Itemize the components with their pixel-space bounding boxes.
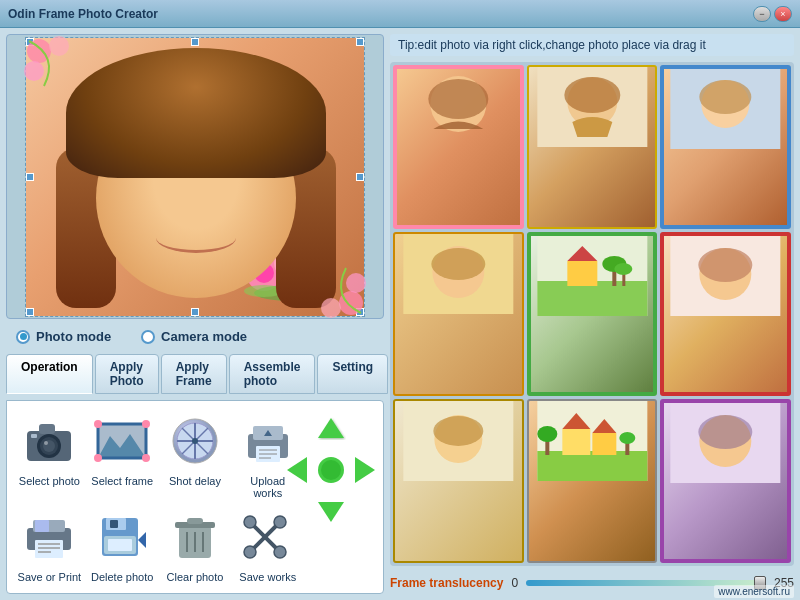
hair-top	[66, 48, 326, 178]
svg-point-110	[699, 415, 753, 449]
svg-rect-44	[35, 540, 63, 558]
photo-canvas[interactable]	[25, 37, 365, 317]
photo-thumb-6[interactable]	[393, 399, 524, 563]
svg-rect-86	[567, 261, 597, 286]
svg-point-65	[244, 546, 256, 558]
tabs-bar: Operation Apply Photo Apply Frame Assemb…	[6, 354, 384, 394]
svg-rect-99	[537, 451, 647, 481]
nav-arrows	[283, 411, 373, 531]
photo-thumb-1[interactable]	[527, 65, 658, 229]
svg-marker-67	[318, 418, 344, 438]
title-bar: Odin Frame Photo Creator − ×	[0, 0, 800, 28]
photo-mode-label: Photo mode	[36, 329, 111, 344]
select-photo-item[interactable]: Select photo	[17, 411, 82, 499]
photo-mode-radio[interactable]	[16, 330, 30, 344]
svg-point-66	[274, 546, 286, 558]
save-print-label: Save or Print	[18, 571, 82, 583]
nav-right-button[interactable]	[349, 455, 379, 488]
select-frame-icon	[92, 411, 152, 471]
svg-marker-71	[355, 457, 375, 483]
tab-apply-frame[interactable]: Apply Frame	[161, 354, 227, 394]
handle-bottom-mid[interactable]	[191, 308, 199, 316]
handle-top-right[interactable]	[356, 38, 364, 46]
select-photo-icon	[19, 411, 79, 471]
svg-point-34	[192, 438, 198, 444]
nav-left-button[interactable]	[283, 455, 313, 488]
svg-point-19	[44, 441, 48, 445]
svg-rect-48	[35, 520, 49, 532]
svg-point-80	[700, 80, 752, 114]
handle-bottom-right[interactable]	[356, 308, 364, 316]
tip-text: Tip:edit photo via right click,change ph…	[398, 38, 706, 52]
photo-grid	[390, 62, 794, 566]
photo-thumb-3[interactable]	[393, 232, 524, 396]
close-button[interactable]: ×	[774, 6, 792, 22]
photo-mode-radio-fill	[20, 333, 27, 340]
save-works-label: Save works	[239, 571, 296, 583]
handle-mid-left[interactable]	[26, 173, 34, 181]
smile	[156, 223, 236, 253]
svg-rect-51	[110, 520, 118, 528]
main-area: Photo mode Camera mode Operation Apply P…	[0, 28, 800, 600]
svg-point-27	[142, 454, 150, 462]
svg-point-107	[619, 432, 635, 444]
svg-point-83	[431, 248, 485, 280]
photo-thumb-5[interactable]	[660, 232, 791, 396]
shot-delay-icon	[165, 411, 225, 471]
svg-rect-100	[562, 429, 590, 455]
svg-point-25	[142, 420, 150, 428]
tab-setting[interactable]: Setting	[317, 354, 388, 394]
photo-thumb-7[interactable]	[527, 399, 658, 563]
svg-point-63	[244, 516, 256, 528]
svg-marker-54	[138, 532, 146, 548]
left-panel: Photo mode Camera mode Operation Apply P…	[6, 34, 384, 594]
tab-apply-photo[interactable]: Apply Photo	[95, 354, 159, 394]
tab-assemble-photo[interactable]: Assemble photo	[229, 354, 316, 394]
svg-marker-72	[318, 502, 344, 522]
select-frame-item[interactable]: Select frame	[90, 411, 155, 499]
mode-selector: Photo mode Camera mode	[6, 325, 384, 348]
svg-point-97	[433, 416, 483, 446]
photo-thumb-0[interactable]	[393, 65, 524, 229]
photo-thumb-2[interactable]	[660, 65, 791, 229]
svg-marker-68	[287, 457, 307, 483]
svg-point-94	[699, 248, 753, 282]
photo-subject	[66, 48, 326, 308]
svg-rect-53	[108, 539, 132, 551]
delete-photo-item[interactable]: Delete photo	[90, 507, 155, 583]
camera-mode-radio[interactable]	[141, 330, 155, 344]
svg-point-26	[94, 454, 102, 462]
select-photo-label: Select photo	[19, 475, 80, 487]
handle-bottom-left[interactable]	[26, 308, 34, 316]
footer-watermark: www.enersoft.ru	[714, 585, 794, 598]
clear-photo-icon	[165, 507, 225, 567]
photo-mode-option[interactable]: Photo mode	[16, 329, 111, 344]
handle-top-mid[interactable]	[191, 38, 199, 46]
app-title: Odin Frame Photo Creator	[8, 7, 750, 21]
nav-center-button[interactable]	[316, 455, 346, 488]
right-panel: Tip:edit photo via right click,change ph…	[390, 34, 794, 594]
clear-photo-label: Clear photo	[167, 571, 224, 583]
shot-delay-item[interactable]: Shot delay	[163, 411, 228, 499]
select-frame-label: Select frame	[91, 475, 153, 487]
camera-mode-label: Camera mode	[161, 329, 247, 344]
delete-photo-label: Delete photo	[91, 571, 153, 583]
nav-down-button[interactable]	[316, 496, 346, 529]
canvas-area[interactable]	[6, 34, 384, 319]
clear-photo-item[interactable]: Clear photo	[163, 507, 228, 583]
minimize-button[interactable]: −	[753, 6, 771, 22]
operation-panel: Select photo	[6, 400, 384, 594]
handle-mid-right[interactable]	[356, 173, 364, 181]
save-print-item[interactable]: Save or Print	[17, 507, 82, 583]
photo-thumb-8[interactable]	[660, 399, 791, 563]
nav-up-button[interactable]	[316, 414, 346, 447]
shot-delay-label: Shot delay	[169, 475, 221, 487]
svg-point-24	[94, 420, 102, 428]
svg-point-74	[428, 79, 488, 119]
tab-operation[interactable]: Operation	[6, 354, 93, 394]
photo-thumb-4[interactable]	[527, 232, 658, 396]
svg-point-70	[321, 460, 341, 480]
handle-top-left[interactable]	[26, 38, 34, 46]
camera-mode-option[interactable]: Camera mode	[141, 329, 247, 344]
delete-photo-icon	[92, 507, 152, 567]
